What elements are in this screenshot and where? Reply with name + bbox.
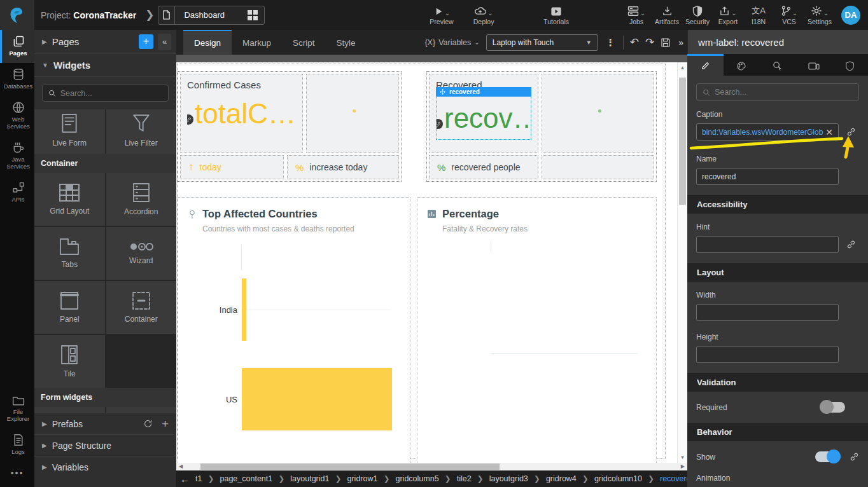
confirmed-side-cell[interactable] <box>306 74 399 153</box>
pages-section-row[interactable]: ▶ Pages + « <box>34 30 176 54</box>
bar-us[interactable] <box>242 368 392 430</box>
add-page-button[interactable]: + <box>139 34 153 49</box>
settings-button[interactable]: ⌄ Settings <box>807 4 832 25</box>
caption-input[interactable]: bind:Variables.wsvWordometerGlobal.c ✕ <box>696 123 839 141</box>
add-prefab-button[interactable]: + <box>162 419 169 429</box>
widget-tile-wizard[interactable]: Wizard <box>106 227 177 280</box>
scroll-up-arrow[interactable]: ▲ <box>678 65 687 71</box>
collapse-panel-button[interactable]: « <box>158 34 171 50</box>
tutorials-button[interactable]: Tutorials <box>543 4 569 25</box>
export-button[interactable]: ⌄ Export <box>715 4 741 25</box>
redo-button[interactable]: ↷ <box>645 36 654 49</box>
overflow-tabs-button[interactable]: » <box>678 38 683 48</box>
tab-design[interactable]: Design <box>183 30 232 55</box>
more-options-button[interactable]: ⋮ <box>605 37 617 48</box>
today-label[interactable]: ↑ today <box>180 155 284 179</box>
i18n-button[interactable]: 文A I18N <box>746 4 771 25</box>
rail-item-pages[interactable]: Pages <box>0 30 34 63</box>
bar-india[interactable] <box>242 278 246 341</box>
vcs-button[interactable]: ⌄ VCS <box>776 4 802 25</box>
properties-search-box[interactable] <box>696 83 859 101</box>
breadcrumb-item[interactable]: tile2 <box>457 474 472 483</box>
canvas-horizontal-scrollbar[interactable]: ◀ ▶ <box>176 463 687 470</box>
recovered-empty-cell[interactable] <box>542 155 654 179</box>
tab-security[interactable] <box>832 54 868 76</box>
rail-more-button[interactable]: ••• <box>0 462 34 487</box>
chevron-down-icon[interactable]: ⌄ <box>731 10 736 17</box>
rail-item-databases[interactable]: Databases <box>0 63 34 96</box>
vertical-scroll-thumb[interactable] <box>679 78 686 205</box>
chevron-down-icon[interactable]: ⌄ <box>640 10 645 17</box>
variables-button[interactable]: {X} Variables ⌄ <box>424 38 479 47</box>
widget-tile-container[interactable]: Container <box>106 281 177 334</box>
scroll-right-arrow[interactable]: ▶ <box>681 463 685 470</box>
breadcrumb-item[interactable]: gridrow4 <box>546 474 577 483</box>
clear-caption-icon[interactable]: ✕ <box>825 127 833 137</box>
show-toggle[interactable] <box>815 451 839 462</box>
confirmed-total-label[interactable]: totalC… <box>187 99 296 128</box>
artifacts-button[interactable]: Artifacts <box>654 4 680 25</box>
security-button[interactable]: Security <box>685 4 710 25</box>
widgets-section-row[interactable]: ▼ Widgets <box>34 54 176 77</box>
tab-events[interactable] <box>760 54 796 76</box>
tab-markup[interactable]: Markup <box>232 30 282 55</box>
percentage-card[interactable]: Percentage Fatality & Recovery rates <box>417 197 657 463</box>
preview-button[interactable]: ⌄ Preview <box>429 4 454 25</box>
properties-search-input[interactable] <box>715 88 853 97</box>
increase-today-label[interactable]: % increase today <box>287 155 399 179</box>
breadcrumb-item[interactable]: t1 <box>195 474 202 483</box>
recovered-cell[interactable]: Recovered recovered recov… <box>429 74 538 153</box>
breadcrumb-item-active[interactable]: recovered <box>660 474 687 483</box>
breadcrumb-item[interactable]: gridcolumn10 <box>594 474 642 483</box>
name-input[interactable] <box>696 168 839 185</box>
bind-link-icon[interactable] <box>846 127 856 137</box>
bind-link-icon[interactable] <box>846 240 856 249</box>
back-arrow-icon[interactable]: ← <box>180 474 190 484</box>
selected-label-widget[interactable]: recovered recov… <box>436 94 531 140</box>
rail-item-file-explorer[interactable]: File Explorer <box>0 390 34 429</box>
rail-item-java-services[interactable]: Java Services <box>0 136 34 176</box>
breadcrumb-item[interactable]: layoutgrid1 <box>290 474 329 483</box>
top-affected-countries-card[interactable]: Top Affected Countries Countries with mo… <box>178 197 410 463</box>
horizontal-scroll-thumb[interactable] <box>200 463 500 470</box>
widget-tile-live-form[interactable]: Live Form <box>34 109 105 154</box>
device-select[interactable]: Laptop with Touch ▼ <box>486 34 598 51</box>
chevron-down-icon[interactable]: ⌄ <box>823 10 829 17</box>
tab-style[interactable]: Style <box>326 30 367 55</box>
recovered-side-cell[interactable] <box>542 74 654 153</box>
save-button[interactable] <box>661 38 671 48</box>
width-input[interactable] <box>696 304 839 321</box>
confirmed-cases-cell[interactable]: Confirmed Cases totalC… <box>180 74 303 153</box>
chevron-down-icon[interactable]: ⌄ <box>445 10 450 17</box>
chevron-down-icon[interactable]: ⌄ <box>792 10 797 17</box>
bind-link-icon[interactable] <box>850 452 859 462</box>
refresh-icon[interactable] <box>143 419 153 429</box>
breadcrumb-item[interactable]: gridcolumn5 <box>396 474 439 483</box>
widget-tile-live-filter[interactable]: Live Filter <box>106 109 177 154</box>
rail-item-web-services[interactable]: Web Services <box>0 96 34 136</box>
breadcrumb-item[interactable]: page_content1 <box>220 474 273 483</box>
rail-item-apis[interactable]: APIs <box>0 176 34 209</box>
bar-chart[interactable]: India US <box>178 240 410 463</box>
user-avatar[interactable]: DA <box>841 6 860 25</box>
required-toggle[interactable] <box>821 402 845 413</box>
widget-search-input[interactable] <box>60 89 162 98</box>
recovered-value-label[interactable]: recov… <box>437 104 531 133</box>
design-canvas[interactable]: Confirmed Cases totalC… ↑ today <box>176 62 687 463</box>
chevron-down-icon[interactable]: ⌄ <box>487 10 493 17</box>
widget-tile-tile[interactable]: Tile <box>34 335 105 388</box>
tab-script[interactable]: Script <box>282 30 326 55</box>
tab-devices[interactable] <box>795 54 832 76</box>
recovered-people-label[interactable]: % recovered people <box>429 155 538 179</box>
widget-search-box[interactable] <box>42 85 169 102</box>
widget-tile-accordion[interactable]: Accordion <box>106 173 177 226</box>
breadcrumb-item[interactable]: gridrow1 <box>347 474 378 483</box>
canvas-vertical-scrollbar[interactable]: ▲ ▼ <box>677 62 687 463</box>
widget-tile-panel[interactable]: Panel <box>34 281 105 334</box>
empty-chart[interactable] <box>417 240 656 463</box>
widget-tile-tabs[interactable]: Tabs <box>34 227 105 280</box>
widget-tile-grid-layout[interactable]: Grid Layout <box>34 173 105 226</box>
section-page-structure[interactable]: ▶ Page Structure <box>34 434 176 456</box>
breadcrumb-item[interactable]: layoutgrid3 <box>489 474 528 483</box>
section-variables[interactable]: ▶ Variables <box>34 456 176 477</box>
